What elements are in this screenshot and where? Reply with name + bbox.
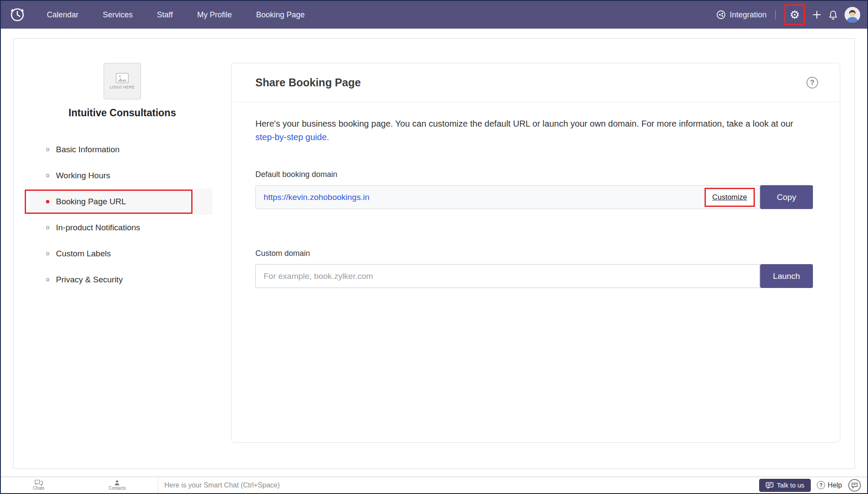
navbar-divider [775,10,776,20]
bullet-icon [46,226,49,229]
settings-button[interactable]: ⚙ [784,4,805,25]
sidebar-item-basic-information[interactable]: Basic Information [29,137,212,163]
bullet-icon [46,148,49,151]
bell-icon [829,10,838,20]
integration-button[interactable]: Integration [716,10,767,20]
sidebar-item-label: Booking Page URL [56,197,126,206]
avatar-image [845,7,860,23]
custom-domain-label: Custom domain [255,249,813,258]
contacts-button[interactable]: Contacts [108,480,125,491]
custom-domain-section: Custom domain Launch [255,249,813,288]
help-button[interactable]: ? Help [817,481,842,489]
nav-booking-page[interactable]: Booking Page [256,10,305,20]
help-label: Help [828,481,842,489]
default-domain-section: Default booking domain https://kevin.zoh… [255,170,813,209]
add-button[interactable] [812,10,822,20]
contacts-icon [114,480,120,486]
primary-nav: Calendar Services Staff My Profile Booki… [47,10,329,20]
nav-services[interactable]: Services [103,10,133,20]
bullet-icon [46,200,49,203]
main-content: LOGO HERE Intuitive Consultations Basic … [1,29,867,477]
logo-placeholder-label: LOGO HERE [110,85,135,89]
default-domain-field: https://kevin.zohobookings.in Customize [255,185,760,209]
bottom-bar: Chats Contacts Here is your Smart Chat (… [1,477,867,493]
talk-to-us-button[interactable]: Talk to us [759,479,811,492]
integration-label: Integration [730,10,767,20]
custom-domain-row: Launch [255,264,813,288]
sidebar-item-label: Working Hours [56,171,110,180]
page-title: Share Booking Page [255,76,361,89]
chat-widget-button[interactable] [848,479,861,492]
customize-link[interactable]: Customize [705,188,755,207]
footer-shortcuts: Chats Contacts [1,477,158,493]
card-body: Here's your business booking page. You c… [232,102,840,288]
notifications-button[interactable] [829,10,838,20]
sidebar-item-privacy-security[interactable]: Privacy & Security [29,267,212,293]
sidebar-item-label: Privacy & Security [56,275,123,285]
default-domain-label: Default booking domain [255,170,813,179]
navbar-actions: Integration ⚙ [716,4,860,25]
clock-logo-icon [10,7,25,23]
chats-button[interactable]: Chats [33,480,44,491]
intro-text: Here's your business booking page. You c… [255,117,813,144]
nav-staff[interactable]: Staff [157,10,173,20]
launch-button[interactable]: Launch [760,264,813,288]
plus-icon [812,10,822,20]
help-icon[interactable]: ? [806,77,818,88]
gear-icon: ⚙ [790,9,799,20]
bullet-icon [46,174,49,177]
settings-sidebar: LOGO HERE Intuitive Consultations Basic … [13,39,231,468]
copy-button[interactable]: Copy [760,185,813,209]
chats-label: Chats [33,486,44,491]
footer-actions: Talk to us ? Help [759,479,867,492]
card-header: Share Booking Page ? [232,63,840,102]
share-booking-page-card: Share Booking Page ? Here's your busines… [231,63,840,443]
sidebar-menu: Basic Information Working Hours Booking … [13,137,231,293]
bullet-icon [46,278,49,281]
image-placeholder-icon [116,73,129,83]
sidebar-item-label: Basic Information [56,145,120,154]
sidebar-item-label: Custom Labels [56,249,111,258]
talk-bubble-icon [766,482,773,489]
chat-widget-icon [848,479,861,492]
bullet-icon [46,252,49,255]
top-navbar: Calendar Services Staff My Profile Booki… [1,1,867,29]
logo-placeholder[interactable]: LOGO HERE [104,63,141,99]
integration-icon [716,10,726,20]
zoho-bookings-logo-icon[interactable] [10,7,25,23]
business-name: Intuitive Consultations [13,107,231,119]
nav-calendar[interactable]: Calendar [47,10,78,20]
help-question-icon: ? [817,481,825,489]
sidebar-item-custom-labels[interactable]: Custom Labels [29,241,212,267]
user-avatar[interactable] [845,7,860,23]
step-by-step-guide-link[interactable]: step-by-step guide. [255,132,329,142]
nav-my-profile[interactable]: My Profile [197,10,232,20]
sidebar-item-booking-page-url[interactable]: Booking Page URL [29,189,212,215]
sidebar-item-label: In-product Notifications [56,223,140,232]
talk-to-us-label: Talk to us [777,481,804,489]
app-window: Calendar Services Staff My Profile Booki… [0,0,868,494]
sidebar-item-working-hours[interactable]: Working Hours [29,163,212,189]
default-domain-row: https://kevin.zohobookings.in Customize … [255,185,813,209]
booking-page-panel: LOGO HERE Intuitive Consultations Basic … [13,38,855,469]
custom-domain-input[interactable] [255,264,760,288]
booking-url-link[interactable]: https://kevin.zohobookings.in [264,193,369,202]
intro-text-main: Here's your business booking page. You c… [255,119,793,128]
chats-icon [35,480,43,486]
contacts-label: Contacts [108,486,125,491]
smart-chat-input[interactable]: Here is your Smart Chat (Ctrl+Space) [158,481,759,489]
sidebar-item-in-product-notifications[interactable]: In-product Notifications [29,215,212,241]
